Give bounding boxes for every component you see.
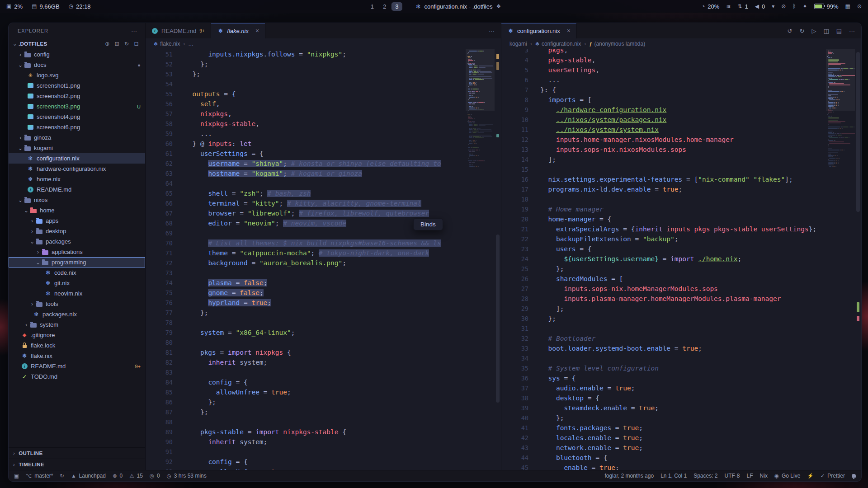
ports[interactable]: ◎0 (150, 473, 160, 479)
extension-indicator[interactable]: ⚡ (807, 473, 813, 479)
battery[interactable]: 99% (814, 3, 839, 10)
split-editor-icon[interactable]: ◫ (823, 28, 829, 34)
scrollbar-right[interactable] (855, 49, 861, 470)
file-logo-svg[interactable]: ✳logo.svg (9, 70, 145, 80)
go-back-icon[interactable]: ↺ (788, 28, 793, 34)
tray[interactable]: ▦ (845, 3, 850, 9)
breadcrumb-kogami[interactable]: kogami (509, 41, 527, 47)
indicator[interactable]: ✦ (803, 3, 807, 9)
bluetooth[interactable]: ᛒ (793, 3, 796, 9)
file-configuration-nix[interactable]: ❄configuration.nix (9, 153, 145, 164)
folder-apps[interactable]: ›apps (9, 216, 145, 226)
wifi[interactable]: ≋ (726, 3, 731, 9)
git-branch[interactable]: ⌥master* (26, 473, 53, 479)
microphone[interactable]: ⊘ (781, 3, 786, 9)
folder-applications[interactable]: ›applications (9, 247, 145, 257)
volume[interactable]: ◀0 (755, 3, 765, 10)
scrollbar-thumb[interactable] (496, 235, 500, 403)
go-live[interactable]: ◉Go Live (774, 473, 800, 479)
minimap-left[interactable] (466, 49, 495, 470)
tab-flake-nix[interactable]: ❄flake.nix× (211, 23, 265, 38)
warnings[interactable]: ⚠15 (129, 473, 143, 479)
brightness[interactable]: ◔20% (702, 3, 719, 10)
file-screenshot6-png[interactable]: screenshot6.png (9, 122, 145, 132)
clock[interactable]: ◷22:18 (69, 3, 91, 10)
breadcrumb-[interactable]: … (188, 41, 193, 47)
language-mode[interactable]: Nix (760, 473, 768, 479)
folder-programming[interactable]: ⌄programming (9, 257, 145, 267)
breadcrumb-anonymous-lambda[interactable]: ƒ(anonymous lambda) (589, 41, 645, 47)
section-dotfiles[interactable]: ⌄ .DOTFILES ⊕⊞↻⊟ (9, 38, 145, 49)
folder-home[interactable]: ⌄home (9, 205, 145, 216)
file-git-nix[interactable]: ❄git.nix (9, 278, 145, 288)
code-editor-configuration-nix[interactable]: 3pkgs,4pkgs-stable,5userSettings,6...7}:… (501, 49, 826, 470)
breadcrumb-flake-nix[interactable]: ❄flake.nix (154, 41, 180, 47)
file-neovim-nix[interactable]: ❄neovim.nix (9, 288, 145, 299)
file-code-nix[interactable]: ❄code.nix (9, 267, 145, 278)
folder-config[interactable]: ›config (9, 49, 145, 60)
file-readme-md[interactable]: iREADME.md9+ (9, 361, 145, 371)
folder-desktop[interactable]: ›desktop (9, 226, 145, 236)
memory[interactable]: ▤9.66GB (32, 3, 59, 10)
folder-docs[interactable]: ⌄docs● (9, 60, 145, 70)
close-icon[interactable]: × (567, 27, 571, 34)
file-gitignore[interactable]: ◆.gitignore (9, 330, 145, 340)
folder-packages[interactable]: ⌄packages (9, 236, 145, 247)
file-screenshot4-png[interactable]: screenshot4.png (9, 112, 145, 122)
cpu[interactable]: ▣2% (6, 3, 23, 10)
cursor-position[interactable]: Ln 1, Col 1 (660, 473, 687, 479)
close-icon[interactable]: × (255, 27, 259, 34)
file-screenshot3-png[interactable]: screenshot3.pngU (9, 101, 145, 112)
tab-readme-md[interactable]: iREADME.md9+ (146, 23, 211, 38)
file-home-nix[interactable]: ❄home.nix (9, 174, 145, 184)
file-todo-md[interactable]: ✓TODO.md (9, 371, 145, 382)
notifications[interactable] (852, 474, 856, 478)
network-traffic[interactable]: ⇅1 (737, 3, 748, 10)
folder-system[interactable]: ›system (9, 319, 145, 330)
folder-ginoza[interactable]: ›ginoza (9, 132, 145, 143)
file-packages-nix[interactable]: ❄packages.nix (9, 309, 145, 319)
scrollbar-left[interactable] (495, 49, 501, 470)
explorer-more-actions[interactable]: ⋯ (131, 28, 137, 34)
eol[interactable]: LF (747, 473, 753, 479)
go-forward-icon[interactable]: ↻ (800, 28, 805, 34)
minimap-right[interactable] (826, 49, 855, 470)
code-editor-flake-nix[interactable]: 51inputs.nixpkgs.follows = "nixpkgs";52}… (146, 49, 466, 470)
timeline-section[interactable]: › TIMELINE (9, 459, 145, 470)
errors[interactable]: ⊗0 (113, 473, 123, 479)
run-icon[interactable]: ▷ (811, 28, 816, 34)
more-actions-icon[interactable]: ⋯ (489, 28, 495, 34)
folder-kogami[interactable]: ⌄kogami (9, 143, 145, 153)
outline-section[interactable]: › OUTLINE (9, 447, 145, 459)
remote[interactable]: ▣ (14, 473, 19, 479)
new-folder-icon[interactable]: ⊞ (115, 41, 119, 47)
scrollbar-thumb[interactable] (856, 52, 860, 212)
folder-nixos[interactable]: ⌄nixos (9, 195, 145, 205)
workspace-2[interactable]: 2 (379, 2, 390, 11)
file-flake-nix[interactable]: ❄flake.nix (9, 351, 145, 361)
file-readme-md[interactable]: iREADME.md (9, 184, 145, 195)
layout-icon[interactable]: ▤ (836, 28, 842, 34)
file-screenshot1-png[interactable]: screenshot1.png (9, 80, 145, 91)
workspace-1[interactable]: 1 (367, 2, 377, 11)
new-file-icon[interactable]: ⊕ (105, 41, 109, 47)
breadcrumb-configuration-nix[interactable]: ❄configuration.nix (535, 41, 581, 47)
launchpad[interactable]: ▲Launchpad (71, 473, 106, 479)
more-actions-icon[interactable]: ⋯ (849, 28, 855, 34)
wakatime[interactable]: ◷3 hrs 53 mins (167, 473, 207, 479)
sync[interactable]: ↻ (60, 473, 64, 479)
tray-expand[interactable]: ▾ (772, 3, 774, 9)
power[interactable]: ⊙ (857, 3, 862, 9)
tab-configuration-nix[interactable]: ❄configuration.nix× (501, 23, 577, 38)
workspace-3[interactable]: 3 (392, 2, 402, 11)
file-hardware-configuration-nix[interactable]: ❄hardware-configuration.nix (9, 164, 145, 174)
indentation[interactable]: Spaces: 2 (693, 473, 717, 479)
git-blame[interactable]: foglar, 2 months ago (604, 473, 654, 479)
file-screenshot2-png[interactable]: screenshot2.png (9, 91, 145, 101)
encoding[interactable]: UTF-8 (725, 473, 740, 479)
refresh-icon[interactable]: ↻ (124, 41, 129, 47)
prettier[interactable]: ✓Prettier (821, 473, 845, 479)
file-flake-lock[interactable]: flake.lock (9, 340, 145, 351)
collapse-all-icon[interactable]: ⊟ (134, 41, 139, 47)
folder-tools[interactable]: ›tools (9, 299, 145, 309)
